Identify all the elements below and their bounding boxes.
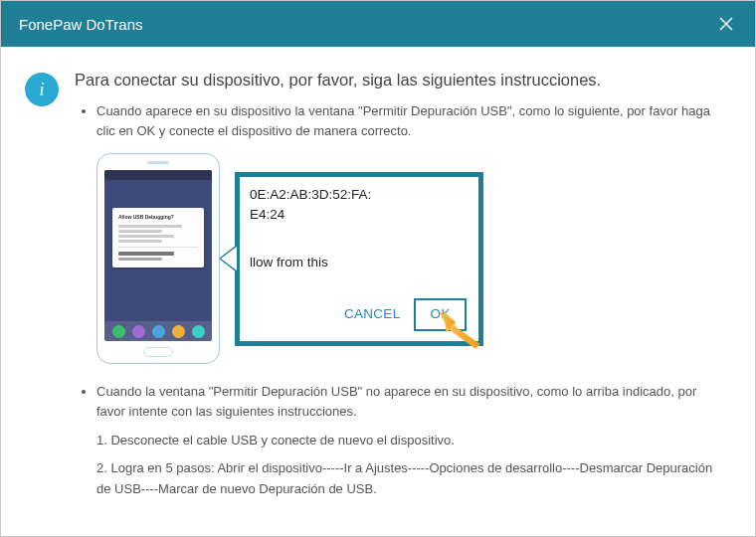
info-icon: i	[25, 73, 59, 106]
dock-app-icon	[192, 325, 205, 338]
mac-address-line2: E4:24	[250, 205, 469, 225]
main-area: Para conectar su dispositivo, por favor,…	[75, 71, 727, 512]
instructions-heading: Para conectar su dispositivo, por favor,…	[75, 71, 727, 90]
allow-text-fragment: llow from this	[250, 253, 469, 273]
close-button[interactable]	[711, 9, 741, 39]
cancel-button[interactable]: CANCEL	[344, 304, 401, 325]
list-item: Cuando la ventana "Permitir Depuración U…	[96, 382, 727, 500]
list-item: Cuando aparece en su dispositivo la vent…	[96, 101, 727, 364]
dock-app-icon	[152, 325, 165, 338]
mac-address-line1: 0E:A2:AB:3D:52:FA:	[250, 185, 469, 205]
zoomed-dialog: 0E:A2:AB:3D:52:FA: E4:24 llow from this …	[235, 172, 483, 346]
step-2-text: 2. Logra en 5 pasos: Abrir el dispositiv…	[96, 458, 727, 500]
phone-dialog: Allow USB Debugging?	[112, 208, 204, 267]
dock-app-icon	[172, 325, 185, 338]
dialog-window: FonePaw DoTrans i Para conectar su dispo…	[0, 0, 756, 537]
close-icon	[718, 16, 734, 32]
titlebar: FonePaw DoTrans	[1, 1, 755, 47]
phone-screen: Allow USB Debugging?	[104, 170, 212, 341]
callout-pointer	[219, 245, 237, 272]
instruction-text-2: Cuando la ventana "Permitir Depuración U…	[96, 382, 727, 422]
phone-dock	[104, 321, 212, 341]
ok-button[interactable]: OK	[414, 298, 467, 331]
phone-mockup: Allow USB Debugging?	[96, 153, 220, 364]
window-title: FonePaw DoTrans	[19, 16, 143, 33]
dock-app-icon	[112, 325, 125, 338]
dialog-button-row: CANCEL OK	[344, 298, 467, 331]
illustration: Allow USB Debugging?	[96, 153, 727, 364]
dialog-content: i Para conectar su dispositivo, por favo…	[1, 47, 755, 536]
instruction-list: Cuando aparece en su dispositivo la vent…	[75, 101, 727, 500]
step-1-text: 1. Desconecte el cable USB y conecte de …	[96, 431, 727, 451]
instruction-text-1: Cuando aparece en su dispositivo la vent…	[96, 103, 710, 138]
dock-app-icon	[132, 325, 145, 338]
